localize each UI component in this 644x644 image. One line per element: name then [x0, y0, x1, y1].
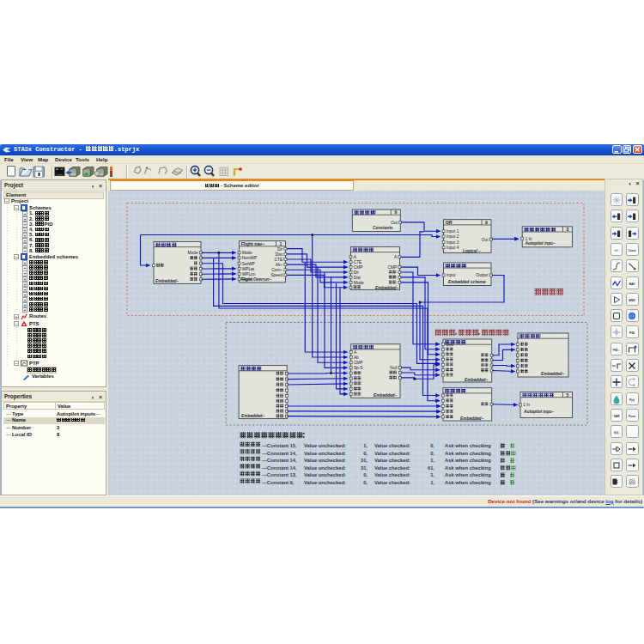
svg-text:1 In: 1 In [523, 403, 530, 407]
svg-text:Input: Input [447, 273, 456, 277]
svg-text:Mode: Mode [354, 281, 364, 285]
svg-text:1,: 1, [430, 480, 434, 485]
svg-text:K: K [615, 480, 618, 484]
svg-text:Posn: Posn [629, 415, 635, 418]
svg-text:Embedded~: Embedded~ [375, 286, 399, 290]
svg-text:CMP: CMP [354, 265, 363, 270]
svg-text:Input 2: Input 2 [447, 234, 459, 239]
svg-text:1,: 1, [363, 443, 368, 448]
svg-text:Embedded~: Embedded~ [465, 378, 489, 382]
svg-text:Com~: Com~ [271, 268, 283, 272]
svg-text:Ask when checking: Ask when checking [445, 451, 491, 456]
svg-text:---Constant 9,: ---Constant 9, [262, 480, 295, 485]
svg-text:Autopilot inpu~: Autopilot inpu~ [523, 410, 555, 414]
svg-text:61,: 61, [428, 465, 434, 471]
svg-text:Value checked:: Value checked: [374, 465, 410, 471]
svg-text:CTE: CTE [274, 258, 283, 262]
svg-text:1,: 1, [430, 458, 434, 463]
svg-text:---Constant 15,: ---Constant 15, [262, 443, 297, 448]
svg-text:Ask when checking: Ask when checking [445, 480, 491, 485]
svg-text:Value unchecked:: Value unchecked: [304, 465, 346, 471]
svg-text:Input 4: Input 4 [447, 246, 459, 250]
svg-text:f(x),: f(x), [614, 431, 619, 434]
svg-text:9: 9 [485, 220, 488, 225]
svg-text:Logical ~: Logical ~ [463, 249, 481, 253]
svg-text:Input 3: Input 3 [447, 240, 459, 245]
svg-text:VAR: VAR [613, 415, 619, 418]
svg-text:OR: OR [446, 220, 453, 225]
svg-text:Null: Null [390, 366, 397, 370]
svg-text:Value checked:: Value checked: [374, 451, 410, 456]
svg-text:Dist: Dist [354, 276, 361, 280]
svg-text:NAV: NAV [629, 283, 636, 286]
svg-text:Embedded scheme: Embedded scheme [448, 280, 486, 284]
svg-text:Value unchecked:: Value unchecked: [304, 458, 346, 463]
svg-text:Embedded~: Embedded~ [374, 393, 398, 398]
svg-text:1: 1 [280, 241, 283, 246]
svg-text:Ask when checking: Ask when checking [445, 472, 491, 477]
svg-text:>≡: >≡ [614, 248, 619, 252]
svg-text:0,: 0, [363, 451, 368, 456]
svg-text:Value unchecked:: Value unchecked: [304, 472, 346, 477]
svg-text:1,: 1, [430, 472, 434, 477]
svg-text:Sp-S: Sp-S [354, 366, 363, 370]
svg-text:F(x): F(x) [629, 398, 635, 402]
svg-text:Value checked:: Value checked: [374, 443, 410, 448]
svg-text:Value unchecked:: Value unchecked: [304, 451, 346, 456]
svg-text:Value unchecked:: Value unchecked: [304, 443, 346, 448]
svg-text:Input 1: Input 1 [447, 229, 459, 234]
svg-text:Dir: Dir [277, 247, 283, 252]
svg-text:Ask when checking: Ask when checking [445, 458, 491, 463]
svg-text:31,: 31, [361, 465, 368, 471]
svg-text:Embedded~: Embedded~ [460, 416, 484, 421]
svg-text:5: 5 [567, 392, 569, 398]
svg-text:Speed: Speed [270, 273, 283, 277]
svg-text:Const: Const [629, 249, 637, 252]
svg-text:Embedded~: Embedded~ [241, 414, 265, 418]
svg-text:SetWP: SetWP [242, 262, 255, 266]
svg-text:Flight nav~: Flight nav~ [241, 241, 265, 246]
svg-text:Dir: Dir [354, 270, 360, 275]
svg-text:Ask when checking: Ask when checking [445, 465, 491, 471]
svg-text:PID∼: PID∼ [613, 349, 620, 352]
svg-text:---Constant 14,: ---Constant 14, [262, 465, 297, 471]
svg-text:Ask when checking: Ask when checking [445, 443, 491, 448]
svg-text:0,: 0, [430, 451, 434, 456]
svg-text:0,: 0, [363, 480, 368, 485]
svg-text:CMP: CMP [387, 265, 397, 270]
svg-text:---Constant 14,: ---Constant 14, [262, 458, 297, 463]
svg-text:Out: Out [482, 238, 489, 242]
svg-text:Dist: Dist [276, 252, 283, 257]
svg-text:Value checked:: Value checked: [374, 480, 410, 485]
svg-text:WPLon: WPLon [242, 272, 256, 276]
svg-text:1 In: 1 In [525, 237, 532, 241]
svg-text:---Constant 13,: ---Constant 13, [262, 472, 297, 477]
svg-text:PID: PID [629, 331, 635, 335]
svg-text:0: 0 [374, 210, 376, 215]
svg-text:Alt~: Alt~ [276, 263, 283, 267]
svg-text:Flight Overrun~: Flight Overrun~ [241, 277, 272, 282]
svg-text:WPLat: WPLat [242, 267, 255, 271]
svg-text:1ies: 1ies [446, 343, 453, 347]
svg-text:Value checked:: Value checked: [374, 458, 410, 463]
svg-text:AND: AND [629, 299, 636, 302]
svg-text:Mode: Mode [188, 251, 198, 255]
svg-text:9: 9 [394, 210, 397, 215]
svg-text:Alt: Alt [354, 355, 359, 360]
svg-text:Constants: Constants [373, 226, 393, 230]
svg-text:Embedded~: Embedded~ [155, 279, 179, 283]
svg-text:Value checked:: Value checked: [374, 472, 410, 477]
svg-text:NextWP: NextWP [242, 256, 258, 260]
svg-text:Embedded~: Embedded~ [541, 372, 565, 376]
svg-text:0,: 0, [430, 443, 434, 448]
svg-text:CMP: CMP [354, 361, 363, 365]
svg-text:31,: 31, [361, 458, 368, 463]
svg-text:3: 3 [567, 227, 569, 232]
svg-text:CTE: CTE [354, 260, 362, 264]
svg-text:Output: Output [476, 273, 489, 277]
svg-text:Value unchecked:: Value unchecked: [304, 480, 346, 485]
svg-text:Autopilot inpu~: Autopilot inpu~ [525, 241, 556, 246]
svg-text:0,: 0, [363, 472, 368, 477]
svg-text:Mode: Mode [242, 251, 252, 255]
svg-text:Out: Out [391, 221, 398, 225]
